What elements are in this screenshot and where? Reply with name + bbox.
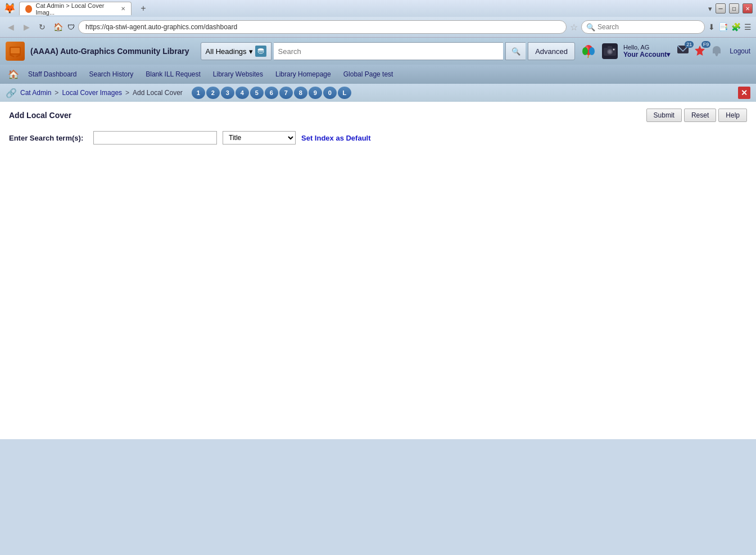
- db-icon: [255, 46, 266, 57]
- alpha-btn-6[interactable]: 6: [265, 87, 278, 99]
- alpha-btn-5[interactable]: 5: [250, 87, 264, 99]
- headings-dropdown[interactable]: All Headings ▾: [201, 42, 271, 60]
- app-logo: [6, 42, 25, 61]
- logout-button[interactable]: Logout: [730, 47, 750, 55]
- alpha-nav: 1 2 3 4 5 6 7 8 9 0 L: [192, 87, 351, 99]
- nav-global-page-test[interactable]: Global Page test: [338, 67, 399, 82]
- headings-label: All Headings: [206, 47, 247, 56]
- search-term-label: Enter Search term(s):: [9, 134, 88, 142]
- bookmark-icon[interactable]: ☆: [570, 22, 578, 33]
- nav-library-websites[interactable]: Library Websites: [207, 67, 269, 82]
- new-tab-button[interactable]: +: [137, 2, 150, 15]
- nav-blank-ill[interactable]: Blank ILL Request: [140, 67, 206, 82]
- main-search-bar: All Headings ▾ 🔍 Advanced: [201, 42, 575, 60]
- set-index-default-link[interactable]: Set Index as Default: [301, 134, 371, 142]
- nav-icons: 21 F9: [676, 43, 724, 60]
- advanced-search-button[interactable]: Advanced: [528, 42, 575, 60]
- bookmarks-icon[interactable]: 📑: [718, 22, 728, 31]
- title-bar-left: 🦊 Cat Admin > Local Cover Imag... ✕ +: [3, 2, 150, 15]
- svg-rect-12: [608, 46, 612, 48]
- svg-point-8: [589, 47, 595, 55]
- alpha-btn-7[interactable]: 7: [279, 87, 293, 99]
- nav-search-history[interactable]: Search History: [84, 67, 139, 82]
- alerts-icon-wrapper[interactable]: [709, 43, 724, 60]
- address-input[interactable]: [78, 20, 567, 34]
- tab-close-button[interactable]: ✕: [121, 6, 125, 12]
- search-magnifier-icon: 🔍: [511, 47, 520, 56]
- refresh-button[interactable]: ↻: [36, 21, 48, 33]
- address-bar: ◀ ▶ ↻ 🏠 🛡 ☆ 🔍 ⬇ 📑 🧩 ☰: [0, 17, 756, 37]
- breadcrumb-local-cover-images[interactable]: Local Cover Images: [62, 89, 122, 97]
- alpha-btn-2[interactable]: 2: [206, 87, 220, 99]
- svg-point-16: [716, 54, 718, 56]
- app-title: (AAAA) Auto-Graphics Community Library: [30, 47, 189, 56]
- svg-rect-1: [11, 48, 20, 53]
- favorites-icon-wrapper[interactable]: F9: [692, 43, 707, 60]
- alpha-btn-3[interactable]: 3: [221, 87, 234, 99]
- breadcrumb-sep-2: >: [125, 89, 129, 97]
- browser-tab[interactable]: Cat Admin > Local Cover Imag... ✕: [19, 2, 132, 15]
- addr-icons-right: ⬇ 📑 🧩 ☰: [708, 22, 752, 31]
- breadcrumb-icon: 🔗: [6, 88, 17, 98]
- search-index-dropdown[interactable]: Title Author Subject ISBN ISSN: [223, 131, 296, 145]
- svg-point-4: [258, 48, 264, 51]
- tab-favicon: [25, 5, 32, 13]
- alpha-btn-1[interactable]: 1: [192, 87, 205, 99]
- page-header-row: Add Local Cover Submit Reset Help: [9, 109, 747, 122]
- addr-icons-left: 🛡: [67, 23, 75, 31]
- forward-button[interactable]: ▶: [20, 21, 33, 33]
- chevron-down-icon[interactable]: ▾: [708, 4, 712, 13]
- minimize-button[interactable]: ─: [716, 3, 726, 13]
- title-bar: 🦊 Cat Admin > Local Cover Imag... ✕ + ▾ …: [0, 0, 756, 17]
- reset-button[interactable]: Reset: [684, 109, 716, 122]
- notifications-icon-wrapper[interactable]: 21: [676, 43, 690, 60]
- back-button[interactable]: ◀: [4, 21, 17, 33]
- app-header: (AAAA) Auto-Graphics Community Library A…: [0, 38, 756, 65]
- close-button[interactable]: ✕: [743, 3, 753, 13]
- browser-search-box[interactable]: 🔍: [581, 20, 705, 34]
- your-account-link[interactable]: Your Account▾: [623, 51, 670, 58]
- balloon-icon[interactable]: [581, 43, 596, 59]
- alpha-btn-4[interactable]: 4: [236, 87, 249, 99]
- svg-point-7: [582, 47, 588, 55]
- firefox-logo: 🦊: [3, 2, 16, 15]
- alpha-btn-8[interactable]: 8: [294, 87, 307, 99]
- nav-library-homepage[interactable]: Library Homepage: [270, 67, 337, 82]
- home-icon[interactable]: 🏠: [6, 69, 21, 80]
- alpha-btn-l[interactable]: L: [338, 87, 351, 99]
- page-title: Add Local Cover: [9, 111, 71, 120]
- maximize-button[interactable]: □: [729, 3, 739, 13]
- close-panel-button[interactable]: ✕: [738, 87, 750, 99]
- svg-point-13: [613, 49, 614, 51]
- hello-label: Hello, AG: [623, 44, 670, 51]
- svg-point-11: [608, 50, 612, 53]
- menu-icon[interactable]: ☰: [744, 22, 752, 31]
- breadcrumb-cat-admin[interactable]: Cat Admin: [20, 89, 51, 97]
- alpha-btn-0[interactable]: 0: [323, 87, 337, 99]
- alpha-btn-9[interactable]: 9: [309, 87, 322, 99]
- search-term-input[interactable]: [93, 131, 217, 145]
- title-bar-right: ▾ ─ □ ✕: [708, 3, 753, 13]
- tab-title: Cat Admin > Local Cover Imag...: [35, 2, 115, 16]
- submit-button[interactable]: Submit: [646, 109, 682, 122]
- breadcrumb-sep-1: >: [55, 89, 58, 97]
- browser-search-input[interactable]: [597, 23, 700, 31]
- extensions-icon[interactable]: 🧩: [731, 22, 741, 31]
- svg-line-2: [10, 55, 14, 57]
- search-submit-button[interactable]: 🔍: [505, 42, 526, 60]
- nav-staff-dashboard[interactable]: Staff Dashboard: [22, 67, 83, 82]
- dropdown-arrow-icon: ▾: [249, 47, 253, 56]
- shield-icon: 🛡: [67, 23, 75, 31]
- browser-chrome: 🦊 Cat Admin > Local Cover Imag... ✕ + ▾ …: [0, 0, 756, 38]
- search-input-main[interactable]: [274, 42, 504, 60]
- home-nav-button[interactable]: 🏠: [52, 21, 64, 33]
- breadcrumb-bar: 🔗 Cat Admin > Local Cover Images > Add L…: [0, 84, 756, 102]
- nav-bar: 🏠 Staff Dashboard Search History Blank I…: [0, 65, 756, 84]
- svg-line-3: [16, 55, 21, 57]
- download-icon[interactable]: ⬇: [708, 22, 715, 31]
- help-button[interactable]: Help: [718, 109, 747, 122]
- search-form-row: Enter Search term(s): Title Author Subje…: [9, 131, 747, 145]
- user-section: Hello, AG Your Account▾: [623, 44, 670, 58]
- camera-icon[interactable]: [602, 43, 618, 59]
- header-right: Hello, AG Your Account▾ 21 F9: [581, 43, 750, 60]
